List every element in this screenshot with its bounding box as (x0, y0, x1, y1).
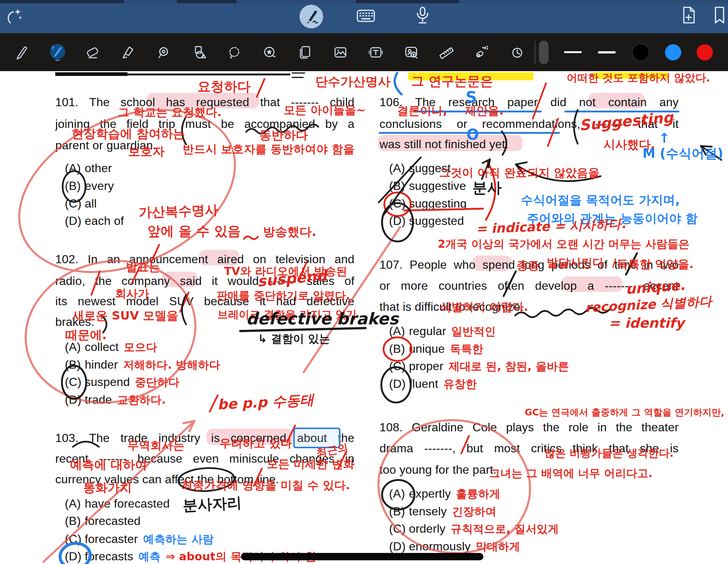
pen-selected-tool-icon[interactable] (49, 44, 66, 61)
text-tool-icon[interactable] (367, 44, 384, 61)
handwriting-korean: 동반하다 (259, 129, 308, 142)
handwriting-korean: 많은 비평가들은 생각한다. (545, 448, 673, 459)
handwriting-korean: GC는 연극에서 출중하게 그 역할을 연기하지만, (525, 408, 724, 417)
handwriting-korean: 발표는 (126, 261, 160, 273)
option-row[interactable]: (C)suspend중단하다 (65, 375, 179, 390)
handwriting-korean: 때문에. (66, 329, 107, 342)
option-row[interactable]: (D)suggested (389, 214, 464, 228)
handwriting-korean: 앞에 올 수 있음 (147, 224, 241, 238)
handwriting-korean: 가산복수명사 (138, 203, 218, 219)
color-swatch-red[interactable] (697, 44, 713, 60)
lasso-tool-icon[interactable] (226, 44, 243, 61)
handwriting-korean: 독특한 억양을. (617, 258, 694, 270)
option-row[interactable]: (B)suggestive (389, 179, 466, 193)
option-row[interactable]: (D)forecasts예측⇒ about의 목적어가 와야 함 (65, 549, 316, 564)
handwriting-object-marker: O (466, 127, 479, 142)
question-line: 108. Geraldine Cole plays the role in th… (379, 420, 679, 434)
handwriting-english: defective brakes (246, 310, 398, 327)
handwriting-korean: 판매를 중단하기로 알렸다. (217, 290, 350, 302)
shapes-tool-icon[interactable] (190, 44, 207, 61)
handwriting-korean: ↳ 결함이 있는 (258, 333, 330, 345)
handwriting-modifier-note: M (수식어절) (643, 147, 723, 160)
blue-up-arrow: ↑ (659, 131, 670, 145)
option-row[interactable]: (C)forecaster예측하는 사람 (65, 532, 214, 547)
sticky-note-tool-icon[interactable] (297, 44, 314, 61)
drawing-toolbar (0, 33, 728, 71)
handwriting-korean: 방송했다. (263, 226, 316, 239)
sparkle-undo-icon[interactable] (3, 4, 26, 27)
pen-tool-icon[interactable] (14, 44, 31, 61)
option-row[interactable]: (A)collect모으다 (65, 340, 157, 355)
image-tool-icon[interactable] (332, 44, 349, 61)
option-row[interactable]: (A)have forecasted (65, 497, 170, 511)
option-row[interactable]: (A)other (65, 161, 112, 175)
handwriting-korean: 반드시 보호자를 동반하여야 함을 (183, 143, 354, 155)
toolbar-divider (535, 41, 536, 64)
handwriting-korean: 예측에 대하여 (70, 459, 147, 471)
option-row[interactable]: (B)every (65, 179, 114, 193)
highlighter-tool-icon[interactable] (120, 44, 137, 61)
laser-pointer-tool-icon[interactable] (473, 44, 490, 61)
handwriting-synonym-note: = identify (609, 316, 684, 331)
handwriting-korean: 발달시킨다. / (547, 257, 616, 269)
option-row[interactable]: (D)each of (65, 214, 124, 228)
timer-tool-icon[interactable] (509, 44, 526, 61)
option-row[interactable]: (C)proper제대로 된, 참된, 올바른 (389, 359, 569, 374)
option-row[interactable]: (C)orderly규칙적으로, 질서있게 (389, 522, 559, 537)
handwriting-korean: 우려하고 있다 (220, 437, 292, 449)
tab-segment (177, 0, 237, 3)
handwriting-korean: 보호자 (128, 145, 165, 158)
app-window: 101. The school has requested that -----… (0, 0, 728, 564)
active-pen-tool-button[interactable] (297, 2, 320, 25)
handwriting-korean: 무역회사는 (127, 439, 185, 452)
handwriting-korean: 종종 (517, 260, 539, 272)
handwriting-korean: 분사자리 (182, 495, 242, 513)
photo-search-tool-icon[interactable] (403, 44, 420, 61)
option-row[interactable]: (D)fluent유창한 (389, 377, 477, 392)
handwriting-korean: 2개국 이상의 국가에서 오랜 시간 머무는 사람들은 (438, 238, 690, 250)
color-swatch-black[interactable] (633, 44, 649, 60)
handwriting-korean: 그 연구논문은 (411, 74, 493, 88)
keyboard-icon[interactable] (354, 4, 377, 27)
microphone-icon[interactable] (411, 4, 434, 27)
handwriting-korean: 회사가 (115, 288, 149, 300)
handwriting-korean: 최종가격에 영향을 미칠 수 있다. (181, 479, 350, 491)
handwriting-korean: 현장학습에 참여하는 (71, 128, 185, 140)
handwriting-korean: 그것이 아직 완료되지 않았음을 (439, 167, 599, 179)
option-row[interactable]: (A)regular일반적인 (389, 324, 496, 339)
handwriting-subject-marker: S (466, 89, 477, 105)
option-row[interactable]: (A)expertly훌륭하게 (389, 487, 500, 502)
handwriting-korean: 결론이나, (397, 105, 447, 117)
handwriting-korean: 통화가치 (83, 481, 132, 494)
option-row[interactable]: (B)unique독특한 (389, 342, 483, 357)
option-row[interactable]: (B)forecasted (65, 514, 140, 528)
add-page-icon[interactable] (677, 4, 700, 27)
eraser-tool-icon[interactable] (84, 44, 101, 61)
option-row[interactable]: (D)enormously막대하게 (389, 539, 520, 554)
color-swatch-blue[interactable] (665, 44, 681, 60)
handwriting-korean: 어떠한 것도 포함하지 않았다. (567, 72, 710, 83)
handwriting-korean: 제안을. (465, 105, 504, 117)
option-row[interactable]: (C)suggesting (389, 197, 467, 210)
question-line: 102. In an announcement aired on televis… (55, 252, 354, 266)
stickers-tool-icon[interactable] (261, 44, 278, 61)
handwriting-korean: 단수가산명사 (315, 75, 391, 88)
stroke-thickness-thick[interactable] (598, 51, 616, 53)
option-row[interactable]: (C)all (65, 197, 97, 210)
tab-segment (356, 0, 459, 3)
option-row[interactable]: (B)hinder저해하다. 방해하다 (65, 358, 220, 373)
handwriting-korean: 새로운 SUV 모델을 (72, 310, 178, 322)
option-row[interactable]: (B)tensely긴장하여 (389, 504, 497, 519)
tab-segment (0, 0, 124, 3)
handwriting-korean: 그 학교는 요청했다. (118, 106, 221, 118)
stroke-thickness-thin[interactable] (564, 51, 582, 53)
handwriting-korean: 분사 (472, 180, 502, 195)
ruler-tool-icon[interactable] (438, 44, 455, 61)
toolbar-overflow-handle[interactable] (539, 41, 549, 64)
bookmark-icon[interactable] (708, 4, 728, 27)
shape-recognition-tool-icon[interactable] (155, 44, 172, 61)
handwriting-korean: 모든 미세한 변화 (267, 458, 355, 470)
handwriting-korean: 요청하다 (197, 80, 251, 94)
option-row[interactable]: (D)trade교환하다. (65, 393, 166, 408)
handwriting-korean: 수식어절을 목적어도 가지며, (521, 194, 680, 207)
